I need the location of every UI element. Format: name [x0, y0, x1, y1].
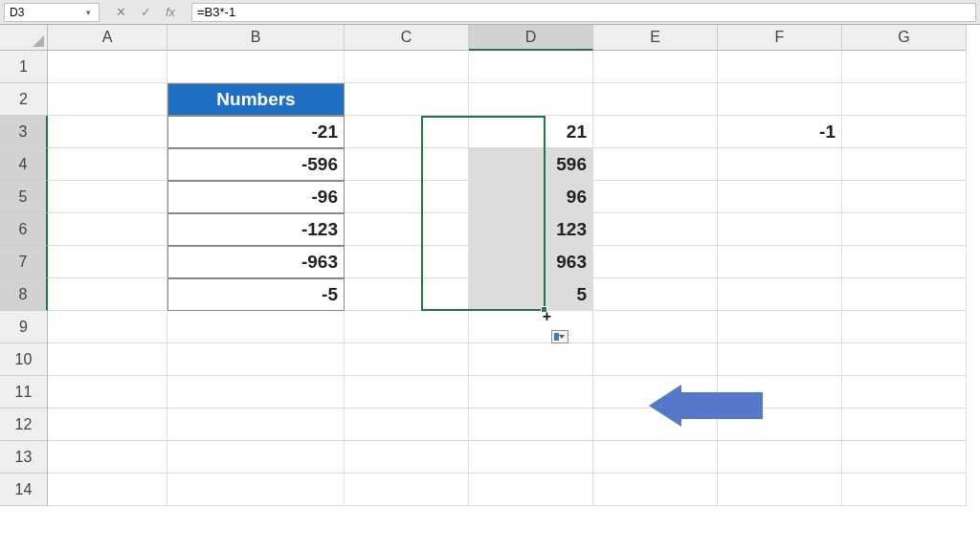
- row-header-10[interactable]: 10: [0, 343, 48, 376]
- cell-G6[interactable]: [842, 213, 967, 246]
- cell-D8[interactable]: 5: [469, 278, 593, 311]
- cell-B6[interactable]: -123: [167, 213, 345, 246]
- cell-E2[interactable]: [593, 83, 718, 116]
- cell-A8[interactable]: [48, 278, 167, 311]
- cell-A14[interactable]: [48, 474, 167, 506]
- cell-G13[interactable]: [842, 441, 967, 474]
- row-header-8[interactable]: 8: [0, 278, 48, 311]
- cell-D2[interactable]: [469, 83, 593, 116]
- cell-G8[interactable]: [842, 278, 967, 311]
- cell-D1[interactable]: [469, 51, 593, 83]
- cell-F12[interactable]: [718, 408, 842, 441]
- cell-B13[interactable]: [167, 441, 345, 474]
- cell-A13[interactable]: [48, 441, 167, 474]
- cell-F13[interactable]: [718, 441, 842, 474]
- col-header-E[interactable]: E: [593, 25, 718, 51]
- cell-F4[interactable]: [718, 148, 842, 181]
- cell-A3[interactable]: [48, 116, 167, 148]
- cell-C13[interactable]: [345, 441, 469, 474]
- cell-F2[interactable]: [718, 83, 842, 116]
- cell-E6[interactable]: [593, 213, 718, 246]
- cell-B14[interactable]: [167, 474, 345, 506]
- cell-G5[interactable]: [842, 181, 967, 213]
- row-header-1[interactable]: 1: [0, 51, 48, 83]
- row-header-13[interactable]: 13: [0, 441, 48, 474]
- cell-A10[interactable]: [48, 343, 167, 376]
- cell-G4[interactable]: [842, 148, 967, 181]
- col-header-G[interactable]: G: [842, 25, 967, 51]
- col-header-C[interactable]: C: [345, 25, 469, 51]
- cell-D9[interactable]: [469, 311, 593, 343]
- cell-G2[interactable]: [842, 83, 967, 116]
- cell-G3[interactable]: [842, 116, 967, 148]
- col-header-D[interactable]: D: [469, 25, 593, 51]
- cell-E10[interactable]: [593, 343, 718, 376]
- cell-B10[interactable]: [167, 343, 345, 376]
- cell-B11[interactable]: [167, 376, 345, 408]
- cell-G12[interactable]: [842, 408, 967, 441]
- chevron-down-icon[interactable]: ▾: [82, 7, 94, 18]
- cell-C5[interactable]: [345, 181, 469, 213]
- cell-C1[interactable]: [345, 51, 469, 83]
- cell-F9[interactable]: [718, 311, 842, 343]
- cell-E11[interactable]: [593, 376, 718, 408]
- row-header-14[interactable]: 14: [0, 474, 48, 506]
- cell-E12[interactable]: [593, 408, 718, 441]
- cell-A6[interactable]: [48, 213, 167, 246]
- cell-E8[interactable]: [593, 278, 718, 311]
- cell-A11[interactable]: [48, 376, 167, 408]
- row-header-7[interactable]: 7: [0, 246, 48, 278]
- cell-C8[interactable]: [345, 278, 469, 311]
- row-header-12[interactable]: 12: [0, 408, 48, 441]
- cell-B12[interactable]: [167, 408, 345, 441]
- fx-icon[interactable]: fx: [163, 5, 178, 19]
- col-header-F[interactable]: F: [718, 25, 842, 51]
- cell-B5[interactable]: -96: [167, 181, 345, 213]
- cell-B1[interactable]: [167, 51, 345, 83]
- cell-C6[interactable]: [345, 213, 469, 246]
- row-header-6[interactable]: 6: [0, 213, 48, 246]
- cell-D7[interactable]: 963: [469, 246, 593, 278]
- cell-C4[interactable]: [345, 148, 469, 181]
- cell-E3[interactable]: [593, 116, 718, 148]
- cell-A4[interactable]: [48, 148, 167, 181]
- col-header-A[interactable]: A: [48, 25, 167, 51]
- cell-D6[interactable]: 123: [469, 213, 593, 246]
- cell-G9[interactable]: [842, 311, 967, 343]
- cell-E5[interactable]: [593, 181, 718, 213]
- cell-F1[interactable]: [718, 51, 842, 83]
- row-header-9[interactable]: 9: [0, 311, 48, 343]
- name-box[interactable]: D3 ▾: [4, 3, 100, 22]
- cell-E14[interactable]: [593, 474, 718, 506]
- row-header-2[interactable]: 2: [0, 83, 48, 116]
- cell-E4[interactable]: [593, 148, 718, 181]
- cell-F8[interactable]: [718, 278, 842, 311]
- cell-F3[interactable]: -1: [718, 116, 842, 148]
- col-header-B[interactable]: B: [167, 25, 345, 51]
- cell-G1[interactable]: [842, 51, 967, 83]
- cell-D11[interactable]: [469, 376, 593, 408]
- formula-input[interactable]: =B3*-1: [191, 3, 976, 22]
- cell-D3[interactable]: 21: [469, 116, 593, 148]
- cell-C9[interactable]: [345, 311, 469, 343]
- cell-E7[interactable]: [593, 246, 718, 278]
- cell-G10[interactable]: [842, 343, 967, 376]
- cell-A7[interactable]: [48, 246, 167, 278]
- cell-B2[interactable]: Numbers: [167, 83, 345, 116]
- cancel-formula-icon[interactable]: ✕: [113, 5, 128, 19]
- cell-E9[interactable]: [593, 311, 718, 343]
- cell-C3[interactable]: [345, 116, 469, 148]
- cell-C12[interactable]: [345, 408, 469, 441]
- cell-G14[interactable]: [842, 474, 967, 506]
- cell-grid[interactable]: Numbers-2121-1-596596-9696-123123-963963…: [48, 51, 967, 506]
- cell-F7[interactable]: [718, 246, 842, 278]
- row-header-11[interactable]: 11: [0, 376, 48, 408]
- cell-A1[interactable]: [48, 51, 167, 83]
- cell-F6[interactable]: [718, 213, 842, 246]
- cell-A9[interactable]: [48, 311, 167, 343]
- cell-A12[interactable]: [48, 408, 167, 441]
- cell-A2[interactable]: [48, 83, 167, 116]
- row-header-4[interactable]: 4: [0, 148, 48, 181]
- cell-B4[interactable]: -596: [167, 148, 345, 181]
- cell-F10[interactable]: [718, 343, 842, 376]
